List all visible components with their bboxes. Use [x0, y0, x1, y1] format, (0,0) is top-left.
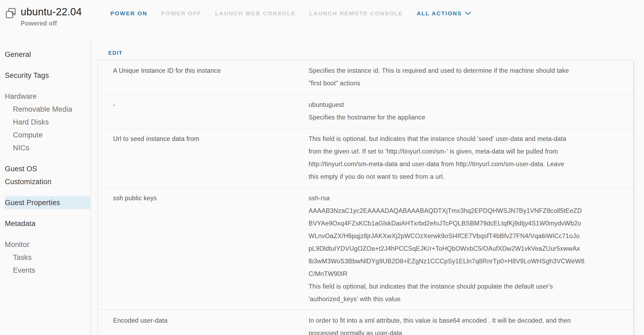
property-value-line: Specifies the instance id. This is requi…	[309, 64, 624, 77]
sidebar-item-monitor[interactable]: Monitor	[5, 238, 75, 251]
property-value-line: http://tinyurl.com/sm-meta-data and user…	[309, 158, 624, 170]
property-value-line: "first boot" actions	[309, 77, 624, 90]
property-value-line: C/MnTW90IR	[309, 268, 624, 280]
sidebar-item-label: Removable Media	[13, 105, 72, 113]
property-value: This field is optional, but indicates th…	[309, 133, 624, 183]
edit-button[interactable]: EDIT	[108, 50, 123, 56]
property-label: Url to seed instance data from	[98, 133, 309, 183]
sidebar-item-label: Hard Disks	[13, 118, 49, 126]
sidebar-item-label: Metadata	[5, 220, 35, 228]
property-row: Url to seed instance data fromThis field…	[98, 128, 634, 188]
vm-header: ubuntu-22.04 Powered off POWER ONPOWER O…	[0, 0, 644, 39]
action-label: LAUNCH WEB CONSOLE	[215, 10, 296, 16]
sidebar-item-hardware[interactable]: Hardware	[5, 90, 75, 103]
property-value-line: processed normally as user-data	[309, 327, 624, 335]
sidebar-item-nics[interactable]: NICs	[5, 141, 91, 154]
vm-action-bar: POWER ONPOWER OFFLAUNCH WEB CONSOLELAUNC…	[110, 10, 471, 17]
property-label: A Unique Instance ID for this instance	[98, 64, 309, 90]
sidebar-item-label: NICs	[13, 144, 29, 152]
power-off-button: POWER OFF	[161, 10, 201, 17]
property-value: In order to fit into a xml attribute, th…	[309, 314, 624, 335]
sidebar-list: GeneralSecurity TagsHardwareRemovable Me…	[5, 48, 91, 277]
property-value-line: ubuntuguest	[309, 99, 624, 111]
content: GeneralSecurity TagsHardwareRemovable Me…	[0, 39, 644, 335]
property-value-line: ssh-rsa	[309, 192, 624, 205]
sidebar-item-label: Monitor	[5, 241, 29, 249]
sidebar-item-security-tags[interactable]: Security Tags	[5, 69, 75, 82]
sidebar-item-label: Events	[13, 266, 35, 274]
property-label: -	[98, 99, 309, 124]
sidebar-item-hard-disks[interactable]: Hard Disks	[5, 116, 91, 129]
chevron-down-icon	[465, 11, 471, 16]
property-value: ubuntuguestSpecifies the hostname for th…	[309, 99, 624, 124]
sidebar-item-label: Tasks	[13, 253, 32, 261]
sidebar-item-label: Security Tags	[5, 71, 49, 79]
property-value: Specifies the instance id. This is requi…	[309, 64, 624, 90]
sidebar-item-label: Compute	[13, 131, 43, 139]
sidebar-item-label: Guest Properties	[5, 199, 60, 207]
all-actions-button[interactable]: ALL ACTIONS	[417, 10, 472, 17]
property-row: ssh public keysssh-rsaAAAAB3NzaC1yc2EAAA…	[98, 188, 634, 310]
property-value-line: 'authorized_keys' with this value	[309, 293, 624, 305]
property-value-line: Specifies the hostname for the appliance	[309, 111, 624, 124]
property-value-line: BVYAe9Oxq4FZsKCb1aGlskDaiAHTxrbd2efoJTcP…	[309, 217, 624, 230]
sidebar-item-events[interactable]: Events	[5, 264, 91, 277]
properties-table: A Unique Instance ID for this instanceSp…	[97, 60, 634, 335]
action-label: LAUNCH REMOTE CONSOLE	[309, 10, 403, 16]
action-label: POWER OFF	[161, 10, 201, 16]
sidebar-item-general[interactable]: General	[5, 48, 75, 61]
property-row: A Unique Instance ID for this instanceSp…	[98, 60, 634, 94]
launch-remote-console-button: LAUNCH REMOTE CONSOLE	[309, 10, 403, 17]
property-value-line: from the given url. If set to 'http://ti…	[309, 145, 624, 158]
property-value-line: this empty if you do not want to seed fr…	[309, 170, 624, 183]
sidebar-item-label: Hardware	[5, 92, 37, 100]
property-value-line: AAAAB3NzaC1yc2EAAAADAQABAAABAQDTXjTmx3hq…	[309, 205, 624, 217]
action-label: POWER ON	[110, 10, 147, 16]
vm-power-state: Powered off	[21, 20, 82, 27]
property-label: Encoded user-data	[98, 314, 309, 335]
sidebar-item-label: Guest OS Customization	[5, 165, 52, 186]
property-value-line: WLnvOaZX/H6pqjz8jrJAKXwXj2pWCOzXerwk9oSI…	[309, 230, 624, 242]
sidebar-item-metadata[interactable]: Metadata	[5, 217, 75, 230]
property-label: ssh public keys	[98, 192, 309, 305]
property-row: -ubuntuguestSpecifies the hostname for t…	[98, 94, 634, 128]
property-value-line: This field is optional, but indicates th…	[309, 133, 624, 145]
sidebar-item-guest-properties[interactable]: Guest Properties	[5, 196, 91, 209]
main-panel: EDIT A Unique Instance ID for this insta…	[91, 39, 644, 335]
property-value-line: lb3wM3WoS3BbwNlDYg9UB2D8+EZgNz1CCCpSy1EL…	[309, 255, 624, 268]
sidebar: GeneralSecurity TagsHardwareRemovable Me…	[0, 39, 91, 335]
sidebar-item-tasks[interactable]: Tasks	[5, 251, 91, 264]
vm-name: ubuntu-22.04	[21, 6, 82, 18]
property-value-line: In order to fit into a xml attribute, th…	[309, 314, 624, 327]
launch-web-console-button: LAUNCH WEB CONSOLE	[215, 10, 296, 17]
vm-icon	[5, 7, 17, 19]
property-value-line: This field is optional, but indicates th…	[309, 280, 624, 293]
action-label: ALL ACTIONS	[417, 10, 462, 16]
property-value: ssh-rsaAAAAB3NzaC1yc2EAAAADAQABAAABAQDTX…	[309, 192, 624, 305]
property-value-line: pL9DldtuIYDVUgOZOa+t2J4hPCCSqEJK/r+ToHQb…	[309, 242, 624, 255]
property-row: Encoded user-dataIn order to fit into a …	[98, 310, 634, 335]
sidebar-item-guest-os-customization[interactable]: Guest OS Customization	[5, 162, 75, 188]
sidebar-item-compute[interactable]: Compute	[5, 129, 91, 141]
power-on-button[interactable]: POWER ON	[110, 10, 147, 17]
sidebar-item-label: General	[5, 50, 31, 59]
sidebar-item-removable-media[interactable]: Removable Media	[5, 103, 91, 116]
